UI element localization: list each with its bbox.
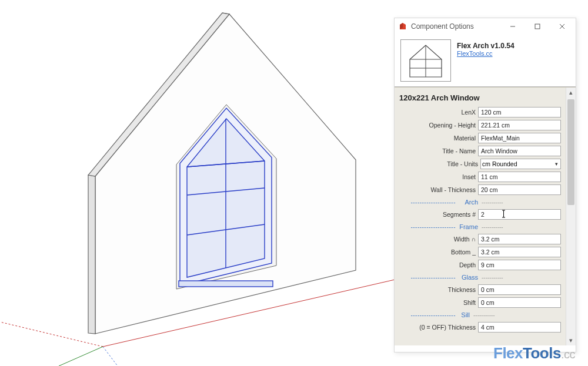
label-lenx: LenX [398, 109, 478, 116]
label-frame-width: Width ∩ [398, 236, 478, 243]
label-frame-bottom: Bottom _ [398, 249, 478, 256]
section-frame: --------------------Frame----------- [398, 221, 561, 233]
input-lenx[interactable] [478, 107, 561, 117]
label-glass-shift: Shift [398, 299, 478, 306]
svg-line-0 [103, 347, 118, 366]
flextools-watermark: FlexTools.cc [493, 344, 575, 362]
input-segments[interactable] [478, 209, 561, 220]
label-sill-thickness: (0 = OFF) Thickness [398, 324, 478, 331]
component-thumbnail [400, 39, 451, 82]
svg-line-1 [0, 322, 103, 347]
select-title-units[interactable]: cm Rounded▾ [480, 159, 561, 169]
component-header: Flex Arch v1.0.54 FlexTools.cc [395, 35, 576, 84]
input-wall-thickness[interactable] [478, 184, 561, 195]
label-segments: Segments # [398, 211, 478, 218]
input-frame-depth[interactable] [478, 260, 561, 270]
properties-panel: 120x221 Arch Window LenX Opening - Heigh… [395, 87, 576, 345]
label-title-name: Title - Name [398, 147, 478, 155]
scroll-thumb[interactable] [567, 99, 574, 205]
section-arch: --------------------Arch----------- [398, 196, 561, 208]
input-frame-width[interactable] [478, 234, 561, 244]
input-sill-thickness[interactable] [478, 322, 561, 333]
section-sill: --------------------Sill----------- [398, 309, 561, 321]
chevron-down-icon: ▾ [555, 161, 559, 167]
svg-rect-21 [535, 24, 540, 29]
input-glass-thickness[interactable] [478, 284, 561, 295]
label-material: Material [398, 135, 478, 142]
input-material[interactable] [478, 133, 561, 143]
maximize-button[interactable] [525, 19, 550, 34]
window-title: Component Options [411, 22, 500, 31]
label-title-units: Title - Units [398, 160, 480, 167]
input-inset[interactable] [478, 172, 561, 182]
svg-rect-17 [179, 281, 273, 287]
component-options-dialog: Component Options Flex Arch v1.0.54 Flex… [394, 18, 576, 352]
section-glass: --------------------Glass----------- [398, 271, 561, 283]
instance-title: 120x221 Arch Window [398, 91, 561, 106]
svg-line-3 [59, 347, 103, 366]
label-inset: Inset [398, 173, 478, 180]
flextools-link[interactable]: FlexTools.cc [457, 50, 493, 57]
label-glass-thickness: Thickness [398, 286, 478, 293]
sketchup-icon [398, 22, 407, 31]
svg-marker-5 [88, 175, 95, 334]
input-opening-height[interactable] [478, 120, 561, 130]
input-title-name[interactable] [478, 146, 561, 156]
label-opening-height: Opening - Height [398, 122, 478, 129]
close-button[interactable] [550, 19, 574, 34]
label-frame-depth: Depth [398, 261, 478, 268]
scrollbar[interactable]: ▴ ▾ [566, 88, 576, 345]
minimize-button[interactable] [500, 19, 525, 34]
component-name: Flex Arch v1.0.54 [457, 42, 514, 50]
text-caret-icon [502, 210, 506, 218]
input-frame-bottom[interactable] [478, 247, 561, 257]
select-title-units-value: cm Rounded [482, 160, 517, 167]
scroll-up-icon[interactable]: ▴ [566, 88, 576, 98]
input-glass-shift[interactable] [478, 297, 561, 308]
label-wall-thickness: Wall - Thickness [398, 186, 478, 193]
titlebar[interactable]: Component Options [395, 18, 576, 35]
